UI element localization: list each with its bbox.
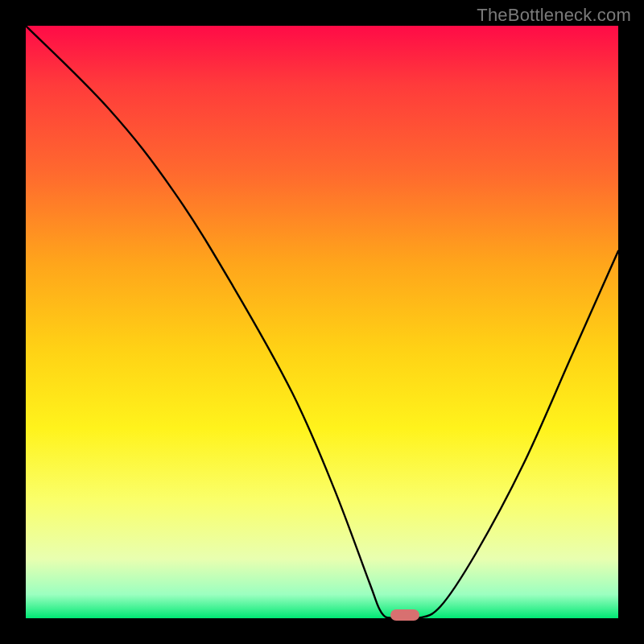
plot-area	[26, 26, 618, 618]
bottleneck-curve	[26, 26, 618, 618]
optimal-marker	[390, 609, 419, 621]
chart-frame: TheBottleneck.com	[0, 0, 644, 644]
watermark-text: TheBottleneck.com	[477, 5, 631, 26]
